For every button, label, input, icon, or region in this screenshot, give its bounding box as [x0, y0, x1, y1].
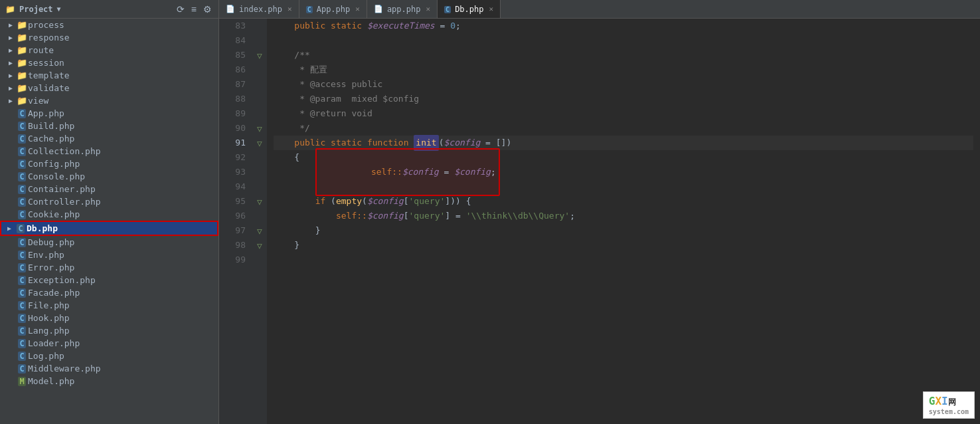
tab-close-icon[interactable]: ✕ [355, 5, 360, 13]
sidebar-header: 📁 Project ▼ ⟳ ≡ ⚙ [0, 0, 218, 19]
sidebar-item-collection-php[interactable]: C Collection.php [0, 145, 218, 158]
sidebar-item-label: view [28, 96, 48, 106]
sidebar-item-label: Error.php [28, 263, 74, 272]
sidebar-item-model-php[interactable]: M Model.php [0, 375, 218, 387]
sidebar-item-env-php[interactable]: C Env.php [0, 249, 218, 261]
str-query-class: '\\think\\db\\Query' [466, 209, 570, 223]
sidebar-item-file-php[interactable]: C File.php [0, 299, 218, 312]
bracket2: [ [404, 209, 409, 223]
folder-icon: 📁 [16, 45, 28, 55]
dropdown-arrow: ▼ [57, 5, 61, 13]
sidebar-item-console-php[interactable]: C Console.php [0, 170, 218, 183]
line-num-95: 95 [226, 194, 246, 209]
code-indent [274, 223, 315, 238]
sidebar-item-label: Env.php [28, 250, 64, 260]
line-num-87: 87 [226, 77, 246, 92]
code-indent [274, 106, 294, 121]
highlighted-statement: self::$config = $config; [315, 148, 500, 196]
code-indent [274, 19, 294, 33]
settings-button[interactable]: ⚙ [202, 3, 213, 16]
tab-icon: C [444, 5, 451, 14]
sidebar-item-container-php[interactable]: C Container.php [0, 183, 218, 195]
arrow-icon: ▶ [5, 21, 16, 29]
code-editor[interactable]: 83 84 85 86 87 88 89 90 91 92 93 94 95 9… [219, 19, 980, 424]
watermark-text: GXI网 [929, 397, 956, 407]
code-line-87: * @access public [274, 77, 973, 92]
sidebar-item-cookie-php[interactable]: C Cookie.php [0, 208, 218, 221]
sidebar-item-label: process [28, 20, 64, 30]
kw-static: static [331, 19, 362, 33]
sidebar-item-lang-php[interactable]: C Lang.php [0, 324, 218, 337]
code-indent [274, 238, 294, 253]
code-line-84 [274, 33, 973, 48]
sidebar-item-view[interactable]: ▶ 📁 view [0, 94, 218, 107]
folder-icon: 📁 [5, 5, 15, 14]
str-query-2: 'query' [409, 209, 446, 223]
sidebar-item-debug-php[interactable]: C Debug.php [0, 236, 218, 249]
tab-db-php[interactable]: C Db.php ✕ [438, 0, 501, 18]
php-c-icon: C [16, 171, 28, 181]
sidebar-item-middleware-php[interactable]: C Middleware.php [0, 362, 218, 375]
sidebar-item-validate[interactable]: ▶ 📁 validate [0, 82, 218, 94]
sidebar-item-session[interactable]: ▶ 📁 session [0, 56, 218, 69]
sidebar-item-config-php[interactable]: C Config.php [0, 158, 218, 170]
tab-app-php-lower[interactable]: 📄 app.php ✕ [367, 0, 438, 18]
sidebar-item-loader-php[interactable]: C Loader.php [0, 337, 218, 350]
sidebar-item-route[interactable]: ▶ 📁 route [0, 44, 218, 56]
gutter-88 [252, 92, 267, 106]
sidebar-title: 📁 Project ▼ [5, 5, 61, 14]
sidebar-item-label: Middleware.php [28, 364, 101, 373]
code-line-98: } [274, 238, 973, 253]
sidebar-item-label: Console.php [28, 171, 85, 181]
var-config-query-2: $config [367, 209, 404, 223]
code-indent [274, 62, 294, 77]
arrow-icon: ▶ [5, 47, 16, 54]
sidebar-item-label: response [28, 33, 70, 43]
sidebar-item-cache-php[interactable]: C Cache.php [0, 132, 218, 145]
tab-label: App.php [317, 5, 351, 14]
tab-app-php[interactable]: C App.php ✕ [299, 0, 367, 18]
sidebar-item-label: Build.php [28, 121, 74, 131]
sidebar-item-error-php[interactable]: C Error.php [0, 261, 218, 274]
arrow-icon: ▶ [5, 59, 16, 66]
tab-close-icon[interactable]: ✕ [489, 5, 493, 13]
code-space [362, 19, 367, 33]
sidebar-item-hook-php[interactable]: C Hook.php [0, 312, 218, 324]
gutter-99 [252, 253, 267, 267]
code-indent [274, 136, 294, 150]
sync-button[interactable]: ⟳ [175, 3, 186, 16]
watermark: GXI网 system.com [923, 391, 975, 419]
php-c-icon: C [16, 159, 28, 169]
php-c-icon: C [16, 313, 28, 323]
sidebar-item-db-php[interactable]: ▶ C Db.php [0, 221, 218, 236]
code-indent [274, 121, 294, 136]
sidebar-item-controller-php[interactable]: C Controller.php [0, 195, 218, 208]
tab-close-icon[interactable]: ✕ [426, 5, 430, 13]
sidebar-item-label: App.php [28, 108, 64, 118]
sidebar-item-app-php[interactable]: C App.php [0, 107, 218, 120]
code-space: { [461, 194, 471, 209]
tab-index-php[interactable]: 📄 index.php ✕ [219, 0, 299, 18]
sidebar-item-response[interactable]: ▶ 📁 response [0, 31, 218, 44]
sidebar-item-label: Log.php [28, 351, 64, 361]
collapse-button[interactable]: ≡ [190, 3, 198, 16]
php-c-icon: C [16, 146, 28, 156]
code-gutter: ▽ ▽ ▽ ▽ ▽ ▽ [252, 19, 267, 424]
line-num-86: 86 [226, 62, 246, 77]
php-c-icon: C [16, 237, 28, 247]
brace-open: { [294, 150, 299, 165]
comment-end: */ [294, 121, 309, 136]
sidebar-item-label: Config.php [28, 159, 80, 169]
tab-close-icon[interactable]: ✕ [287, 5, 292, 13]
sidebar-item-process[interactable]: ▶ 📁 process [0, 19, 218, 31]
sidebar-item-label: validate [28, 83, 70, 93]
sidebar-item-facade-php[interactable]: C Facade.php [0, 286, 218, 299]
sidebar-item-label: Cookie.php [28, 209, 80, 219]
sidebar-item-build-php[interactable]: C Build.php [0, 120, 218, 132]
line-num-97: 97 [226, 223, 246, 238]
sidebar-item-log-php[interactable]: C Log.php [0, 350, 218, 362]
sidebar-item-template[interactable]: ▶ 📁 template [0, 69, 218, 82]
tab-icon: C [306, 5, 313, 14]
code-content[interactable]: public static $executeTimes = 0 ; /** * [267, 19, 980, 424]
sidebar-item-exception-php[interactable]: C Exception.php [0, 274, 218, 286]
